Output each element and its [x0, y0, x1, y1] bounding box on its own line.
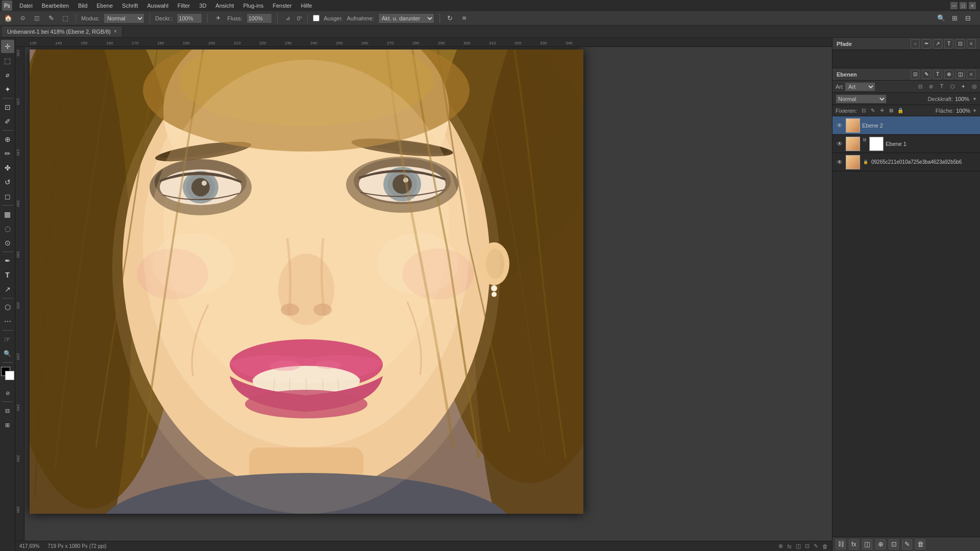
paths-icon-menu[interactable]: ≡	[967, 39, 976, 48]
quick-mask-mode[interactable]: ⊘	[1, 386, 14, 399]
selection-tool[interactable]: ⬚	[1, 54, 14, 67]
ausger-checkbox[interactable]	[313, 15, 320, 21]
toggle-brush-panel[interactable]: ✎	[46, 13, 56, 23]
menu-bearbeiten[interactable]: Bearbeiten	[38, 2, 73, 10]
history-brush[interactable]: ↺	[1, 176, 14, 189]
lock-all[interactable]: 🔒	[897, 107, 904, 114]
shape-tool[interactable]: ⬡	[1, 300, 14, 314]
blend-mode-select[interactable]: Normal	[836, 94, 887, 104]
clone-tool[interactable]: ✤	[1, 161, 14, 174]
window-maximize[interactable]: □	[960, 2, 967, 9]
status-icon-4[interactable]: ⊡	[805, 543, 810, 549]
layers-icon-3[interactable]: T	[933, 70, 942, 79]
sample-select[interactable]: Akt. u. darunter	[378, 13, 434, 23]
paths-icon-mask[interactable]: ⊡	[955, 39, 965, 48]
menu-schrift[interactable]: Schrift	[118, 2, 142, 10]
menu-datei[interactable]: Datei	[15, 2, 37, 10]
menu-ebene[interactable]: Ebene	[92, 2, 117, 10]
status-icon-1[interactable]: ⊕	[778, 543, 783, 549]
eraser-tool[interactable]: ◻	[1, 190, 14, 203]
layer-visibility-ebene2[interactable]: 👁	[836, 121, 844, 130]
menu-fenster[interactable]: Fenster	[268, 2, 296, 10]
layers-icon-1[interactable]: ⊡	[911, 70, 920, 79]
layers-icon-2[interactable]: ✎	[922, 70, 931, 79]
lock-pixels[interactable]: ⊡	[860, 107, 867, 114]
magic-wand-tool[interactable]: ✦	[1, 83, 14, 96]
dodge-tool[interactable]: ⊙	[1, 236, 14, 249]
paths-icon-pen[interactable]: ✒	[922, 39, 931, 48]
filter-type-select[interactable]: Art	[845, 82, 875, 91]
gradient-tool[interactable]: ▦	[1, 208, 14, 221]
lock-paint[interactable]: ✎	[869, 107, 876, 114]
arrange-icon[interactable]: ⊟	[963, 13, 973, 23]
angle-icon[interactable]: ⊿	[283, 13, 293, 23]
layer-item-ebene1[interactable]: 👁 ⛓ Ebene 1	[832, 135, 980, 153]
tool-preset-icon[interactable]: 🏠	[3, 13, 13, 23]
move-tool[interactable]: ✛	[1, 40, 14, 53]
status-icon-6[interactable]: 🗑	[822, 543, 828, 549]
status-icon-3[interactable]: ◫	[796, 543, 801, 549]
menu-filter[interactable]: Filter	[174, 2, 194, 10]
layer-item-background[interactable]: 👁 🔒 09265c211e010a725e3ba4623a92b5b6	[832, 153, 980, 171]
filter-icon-smart[interactable]: ✦	[959, 82, 968, 91]
canvas-scroll-area[interactable]	[24, 47, 832, 541]
opacity-arrow[interactable]: ▼	[972, 96, 977, 102]
lock-position[interactable]: ✛	[878, 107, 886, 114]
layer-visibility-bg[interactable]: 👁	[836, 158, 844, 166]
add-group-button[interactable]: ⊡	[889, 539, 899, 549]
workspace-icon[interactable]: ⊞	[949, 13, 960, 23]
crop-tool[interactable]: ⊡	[1, 101, 14, 114]
blur-tool[interactable]: ◌	[1, 222, 14, 235]
fill-arrow[interactable]: ▼	[972, 108, 977, 113]
zoom-tool[interactable]: 🔍	[1, 347, 14, 360]
paths-icon-t[interactable]: T	[944, 39, 953, 48]
tab-close-button[interactable]: ×	[114, 29, 117, 34]
add-mask-button[interactable]: ◫	[862, 539, 872, 549]
extra-tools[interactable]: ⋯	[1, 315, 14, 328]
paths-icon-select[interactable]: ↗	[933, 39, 942, 48]
menu-bild[interactable]: Bild	[74, 2, 91, 10]
filter-toggle[interactable]	[972, 84, 977, 89]
add-link-button[interactable]: ⛓	[836, 539, 846, 549]
spot-heal-tool[interactable]: ⊕	[1, 133, 14, 146]
paths-icon-circle[interactable]: ○	[911, 39, 920, 48]
lock-artboard[interactable]: ⊠	[888, 107, 895, 114]
menu-auswahl[interactable]: Auswahl	[143, 2, 173, 10]
menu-hilfe[interactable]: Hilfe	[297, 2, 316, 10]
airbrush-icon[interactable]: ✈	[213, 13, 223, 23]
brush-preset-picker[interactable]: ⊙	[17, 13, 28, 23]
filter-icon-adjust[interactable]: ⊘	[926, 82, 936, 91]
screen-mode[interactable]: ⊟	[1, 404, 14, 417]
fluss-input[interactable]	[247, 13, 272, 23]
layers-icon-4[interactable]: ⊕	[944, 70, 953, 79]
add-layer-button[interactable]: ✎	[902, 539, 912, 549]
brush-settings-icon[interactable]: ◫	[32, 13, 42, 23]
window-close[interactable]: ×	[969, 2, 976, 9]
eyedropper-tool[interactable]: ✐	[1, 115, 14, 128]
add-adjustment-button[interactable]: ⊕	[875, 539, 886, 549]
pressure-icon[interactable]: ≋	[459, 13, 470, 23]
modus-select[interactable]: Normal	[104, 13, 144, 23]
layers-icon-5[interactable]: ◫	[955, 70, 965, 79]
screen-mode-2[interactable]: ⊞	[1, 418, 14, 432]
window-minimize[interactable]: ─	[950, 2, 958, 9]
rotate-icon[interactable]: ↻	[445, 13, 455, 23]
filter-icon-text[interactable]: T	[937, 82, 946, 91]
menu-3d[interactable]: 3D	[195, 2, 210, 10]
document-tab[interactable]: Unbenannt-1 bei 418% (Ebene 2, RGB/8) ×	[2, 27, 122, 37]
hand-tool[interactable]: ☞	[1, 333, 14, 346]
filter-icon-shape[interactable]: ⬡	[948, 82, 957, 91]
delete-layer-button[interactable]: 🗑	[915, 539, 925, 549]
status-icon-5[interactable]: ✎	[814, 543, 818, 549]
layer-item-ebene2[interactable]: 👁 Ebene 2	[832, 116, 980, 135]
deckraft-input[interactable]	[177, 13, 202, 23]
path-select-tool[interactable]: ↗	[1, 283, 14, 296]
lasso-tool[interactable]: ⌀	[1, 68, 14, 82]
color-swatches[interactable]	[1, 367, 14, 380]
layer-visibility-ebene1[interactable]: 👁	[836, 140, 844, 148]
menu-plugins[interactable]: Plug-ins	[239, 2, 267, 10]
toggle-clone-source[interactable]: ⬚	[60, 13, 70, 23]
search-icon[interactable]: 🔍	[936, 13, 946, 23]
pen-tool[interactable]: ✒	[1, 254, 14, 267]
layers-icon-6[interactable]: ≡	[967, 70, 976, 79]
